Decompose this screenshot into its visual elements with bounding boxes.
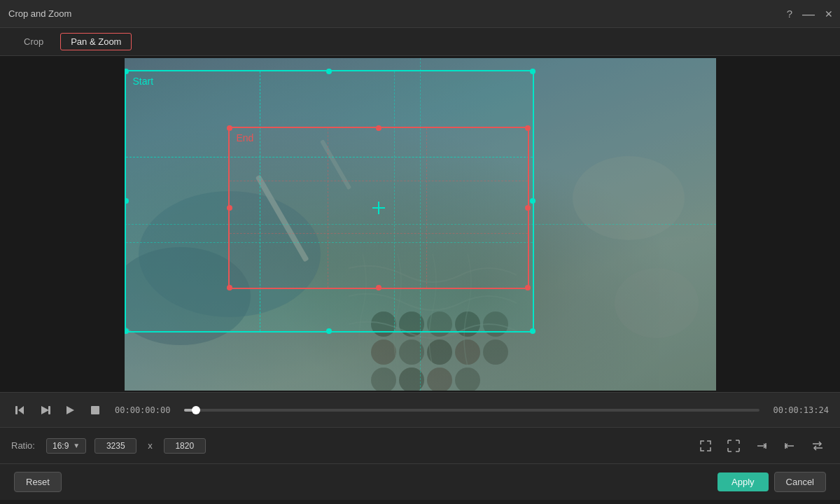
bottom-controls-bar: Ratio: 16:9 ▼ x [0, 427, 840, 463]
ratio-label: Ratio: [11, 440, 35, 451]
svg-rect-21 [15, 406, 18, 414]
play-frame-button[interactable] [36, 403, 53, 417]
fit-screen-button[interactable] [694, 435, 717, 457]
end-handle-bc[interactable] [376, 285, 382, 290]
end-handle-tl[interactable] [227, 125, 232, 131]
window-title: Crop and Zoom [8, 8, 71, 19]
tab-crop[interactable]: Crop [14, 34, 53, 50]
main-area: Start End [0, 56, 840, 392]
svg-marker-24 [66, 406, 74, 414]
total-time: 00:00:13:24 [774, 405, 829, 415]
end-handle-br[interactable] [525, 285, 531, 290]
start-label: Start [133, 76, 154, 87]
chevron-down-icon: ▼ [73, 442, 80, 449]
cancel-button[interactable]: Cancel [774, 472, 826, 492]
tab-bar: Crop Pan & Zoom [0, 28, 840, 56]
video-canvas: Start End [125, 58, 716, 391]
end-handle-tc[interactable] [376, 125, 382, 131]
play-button[interactable] [62, 403, 78, 417]
stop-button[interactable] [87, 403, 104, 417]
ratio-value: 16:9 [52, 441, 69, 451]
handle-bottom-left[interactable] [125, 328, 129, 334]
tab-pan-zoom[interactable]: Pan & Zoom [60, 33, 132, 50]
title-bar: Crop and Zoom ? — ✕ [0, 0, 840, 28]
handle-right-center[interactable] [530, 198, 536, 204]
height-input[interactable] [164, 438, 206, 454]
close-icon[interactable]: ✕ [825, 9, 833, 19]
ratio-select[interactable]: 16:9 ▼ [46, 438, 86, 454]
title-bar-controls: ? — ✕ [787, 8, 833, 20]
swap-button[interactable] [806, 435, 829, 457]
current-time: 00:00:00:00 [115, 405, 170, 415]
handle-top-right[interactable] [530, 69, 536, 74]
end-box-hline1 [230, 181, 528, 181]
end-handle-rc[interactable] [525, 205, 531, 211]
dimension-separator: x [148, 440, 153, 451]
minimize-icon[interactable]: — [802, 8, 815, 20]
svg-marker-20 [18, 406, 24, 414]
playback-bar: 00:00:00:00 00:00:13:24 [0, 392, 840, 427]
tool-icons [694, 435, 829, 457]
end-box-hline2 [230, 233, 528, 234]
handle-bottom-center[interactable] [326, 328, 332, 334]
width-input[interactable] [94, 438, 136, 454]
end-box-vline1 [328, 128, 328, 288]
handle-top-center[interactable] [326, 69, 332, 74]
footer-bar: Reset Apply Cancel [0, 463, 840, 500]
handle-left-center[interactable] [125, 198, 129, 204]
fullscreen-button[interactable] [722, 435, 745, 457]
reset-button[interactable]: Reset [14, 472, 62, 492]
help-icon[interactable]: ? [787, 8, 792, 19]
handle-bottom-right[interactable] [530, 328, 536, 334]
align-right-button[interactable] [750, 435, 773, 457]
end-handle-bl[interactable] [227, 285, 232, 290]
seek-bar[interactable] [184, 409, 759, 412]
step-back-button[interactable] [11, 403, 28, 417]
align-left-button[interactable] [778, 435, 801, 457]
crosshair-v [378, 202, 379, 214]
seek-knob[interactable] [192, 406, 200, 414]
svg-rect-25 [91, 406, 99, 414]
end-label: End [237, 132, 254, 144]
svg-marker-22 [41, 406, 49, 414]
end-box-vline2 [426, 128, 427, 288]
end-box[interactable]: End [228, 127, 529, 289]
apply-button[interactable]: Apply [718, 472, 769, 491]
end-handle-tr[interactable] [525, 125, 531, 131]
end-handle-lc[interactable] [227, 205, 232, 211]
crosshair [372, 202, 385, 214]
svg-rect-23 [48, 406, 50, 414]
handle-top-left[interactable] [125, 69, 129, 74]
